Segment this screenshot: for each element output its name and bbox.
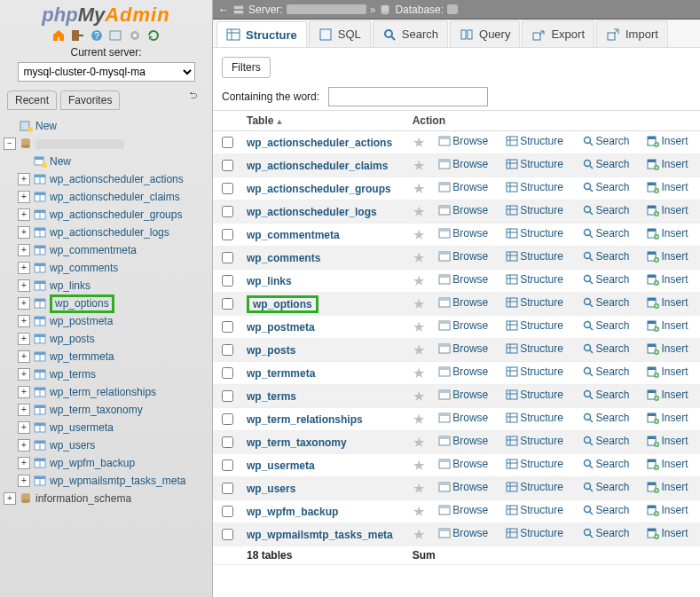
favorite-icon[interactable]: ★	[413, 528, 427, 542]
table-name[interactable]: wp_posts	[247, 344, 295, 357]
docs-icon[interactable]: ?	[90, 28, 104, 43]
row-checkbox[interactable]	[222, 160, 233, 171]
action-search[interactable]: Search	[582, 158, 630, 170]
action-insert[interactable]: Insert	[647, 365, 688, 378]
favorite-icon[interactable]: ★	[413, 297, 427, 311]
tab-export[interactable]: Export	[522, 20, 594, 47]
logout-icon[interactable]	[70, 28, 84, 43]
row-checkbox[interactable]	[222, 321, 233, 333]
action-structure[interactable]: Structure	[506, 342, 563, 355]
tab-query[interactable]: Query	[450, 20, 520, 47]
table-name[interactable]: wp_wpmailsmtp_tasks_meta	[247, 529, 393, 541]
sidebar-link-icon[interactable]: ⮌	[189, 90, 205, 110]
tree-expand[interactable]: +	[18, 368, 30, 381]
action-structure[interactable]: Structure	[506, 135, 563, 147]
action-insert[interactable]: Insert	[647, 458, 688, 470]
tree-table-link[interactable]: wp_options	[55, 297, 109, 310]
tree-table-link[interactable]: wp_term_relationships	[50, 386, 156, 398]
action-insert[interactable]: Insert	[647, 435, 688, 447]
tree-expand[interactable]: +	[18, 297, 30, 310]
row-checkbox[interactable]	[222, 298, 233, 310]
tree-collapse[interactable]: −	[4, 137, 16, 150]
tree-expand[interactable]: +	[18, 279, 30, 292]
action-insert[interactable]: Insert	[647, 527, 688, 539]
row-checkbox[interactable]	[222, 229, 233, 240]
action-search[interactable]: Search	[582, 481, 630, 493]
favorite-icon[interactable]: ★	[413, 482, 427, 496]
tree-expand[interactable]: +	[18, 208, 30, 221]
action-search[interactable]: Search	[582, 296, 630, 309]
action-browse[interactable]: Browse	[438, 342, 488, 355]
action-insert[interactable]: Insert	[647, 481, 688, 493]
action-structure[interactable]: Structure	[506, 527, 563, 539]
action-insert[interactable]: Insert	[647, 342, 688, 355]
tree-table-link[interactable]: wp_links	[50, 279, 90, 292]
table-name[interactable]: wp_actionscheduler_logs	[247, 206, 377, 218]
action-structure[interactable]: Structure	[506, 389, 563, 401]
table-name[interactable]: wp_postmeta	[247, 321, 315, 334]
tree-expand[interactable]: +	[18, 404, 30, 416]
tree-table-link[interactable]: wp_posts	[50, 333, 95, 345]
row-checkbox[interactable]	[222, 436, 233, 448]
tree-db-info-schema[interactable]: information_schema	[35, 492, 131, 505]
tree-expand[interactable]: +	[18, 439, 30, 452]
logo[interactable]: phpMyAdmin	[0, 0, 212, 27]
action-search[interactable]: Search	[582, 435, 630, 447]
action-structure[interactable]: Structure	[506, 227, 563, 240]
action-insert[interactable]: Insert	[647, 296, 688, 309]
action-structure[interactable]: Structure	[506, 250, 563, 263]
table-name[interactable]: wp_commentmeta	[247, 229, 340, 241]
filter-input[interactable]	[328, 87, 488, 106]
table-name[interactable]: wp_term_relationships	[247, 413, 363, 426]
favorite-icon[interactable]: ★	[413, 159, 427, 173]
tree-new-db[interactable]: New	[35, 120, 57, 132]
action-browse[interactable]: Browse	[438, 365, 488, 378]
row-checkbox[interactable]	[222, 367, 233, 379]
action-browse[interactable]: Browse	[438, 250, 488, 263]
favorite-icon[interactable]: ★	[413, 182, 427, 196]
favorite-icon[interactable]: ★	[413, 136, 427, 150]
action-structure[interactable]: Structure	[506, 273, 563, 286]
action-insert[interactable]: Insert	[647, 158, 688, 170]
favorite-icon[interactable]: ★	[413, 459, 427, 473]
action-structure[interactable]: Structure	[506, 481, 563, 493]
action-search[interactable]: Search	[582, 389, 630, 401]
action-structure[interactable]: Structure	[506, 319, 563, 332]
tree-table-link[interactable]: wp_terms	[50, 368, 96, 381]
action-search[interactable]: Search	[582, 319, 630, 332]
sql-icon[interactable]	[108, 28, 122, 43]
action-search[interactable]: Search	[582, 227, 630, 240]
action-structure[interactable]: Structure	[506, 435, 563, 447]
action-browse[interactable]: Browse	[438, 273, 488, 286]
action-browse[interactable]: Browse	[438, 158, 488, 170]
tree-table-link[interactable]: wp_commentmeta	[50, 244, 137, 256]
tree-table-link[interactable]: wp_term_taxonomy	[50, 404, 143, 416]
table-name[interactable]: wp_options	[247, 295, 319, 313]
action-browse[interactable]: Browse	[438, 504, 488, 516]
action-browse[interactable]: Browse	[438, 296, 488, 309]
tree-table-link[interactable]: wp_actionscheduler_claims	[50, 191, 180, 203]
row-checkbox[interactable]	[222, 206, 233, 217]
action-search[interactable]: Search	[582, 204, 630, 216]
tree-table-link[interactable]: wp_actionscheduler_logs	[50, 226, 169, 239]
tab-structure[interactable]: Structure	[216, 21, 307, 48]
table-name[interactable]: wp_usermeta	[247, 460, 315, 472]
tree-expand[interactable]: +	[18, 315, 30, 327]
favorite-icon[interactable]: ★	[413, 205, 427, 219]
col-table[interactable]: Table▲	[241, 111, 407, 131]
table-name[interactable]: wp_actionscheduler_actions	[247, 137, 392, 149]
action-insert[interactable]: Insert	[647, 412, 688, 424]
action-insert[interactable]: Insert	[647, 204, 688, 216]
action-search[interactable]: Search	[582, 458, 630, 470]
favorite-icon[interactable]: ★	[413, 412, 427, 427]
favorite-icon[interactable]: ★	[413, 251, 427, 265]
action-search[interactable]: Search	[582, 181, 630, 193]
action-insert[interactable]: Insert	[647, 227, 688, 240]
action-browse[interactable]: Browse	[438, 458, 488, 470]
table-name[interactable]: wp_term_taxonomy	[247, 436, 347, 449]
tree-current-db[interactable]	[35, 139, 124, 149]
tree-table-link[interactable]: wp_wpmailsmtp_tasks_meta	[50, 475, 185, 487]
action-structure[interactable]: Structure	[506, 158, 563, 170]
favorite-icon[interactable]: ★	[413, 343, 427, 357]
action-search[interactable]: Search	[582, 250, 630, 263]
